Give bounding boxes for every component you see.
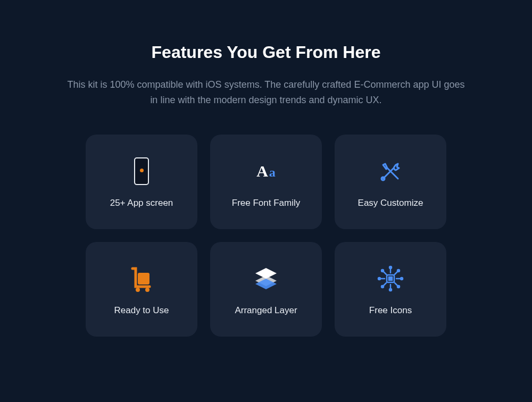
feature-card-screens: 25+ App screen xyxy=(86,135,197,229)
svg-point-20 xyxy=(397,270,400,272)
feature-card-layers: Arranged Layer xyxy=(210,242,322,337)
features-grid: 25+ App screen Aa Free Font Family Easy … xyxy=(86,135,446,337)
feature-label: Free Font Family xyxy=(232,198,300,208)
svg-point-3 xyxy=(145,288,149,292)
layers-icon xyxy=(253,263,279,295)
page-title: Features You Get From Here xyxy=(152,43,381,62)
svg-point-19 xyxy=(397,286,400,288)
cpu-icon xyxy=(377,263,404,295)
tools-icon xyxy=(378,155,403,187)
font-icon: Aa xyxy=(256,155,276,187)
feature-label: 25+ App screen xyxy=(110,198,173,208)
phone-icon xyxy=(134,155,149,187)
svg-point-17 xyxy=(401,278,403,280)
svg-rect-5 xyxy=(389,277,392,280)
svg-point-15 xyxy=(389,289,392,291)
svg-point-14 xyxy=(389,266,392,269)
svg-point-18 xyxy=(381,270,384,272)
svg-point-16 xyxy=(378,278,380,280)
svg-point-2 xyxy=(136,288,140,292)
svg-rect-1 xyxy=(138,273,149,284)
feature-card-font: Aa Free Font Family xyxy=(210,135,322,229)
feature-card-customize: Easy Customize xyxy=(335,135,446,229)
feature-label: Ready to Use xyxy=(114,305,169,316)
feature-card-icons: Free Icons xyxy=(335,242,446,337)
svg-point-21 xyxy=(381,286,384,288)
page-subtitle: This kit is 100% compatible with iOS sys… xyxy=(64,77,468,108)
feature-label: Free Icons xyxy=(369,305,412,316)
feature-card-ready: Ready to Use xyxy=(86,242,197,337)
feature-label: Arranged Layer xyxy=(235,305,297,316)
cart-icon xyxy=(128,263,155,295)
feature-label: Easy Customize xyxy=(358,198,423,208)
